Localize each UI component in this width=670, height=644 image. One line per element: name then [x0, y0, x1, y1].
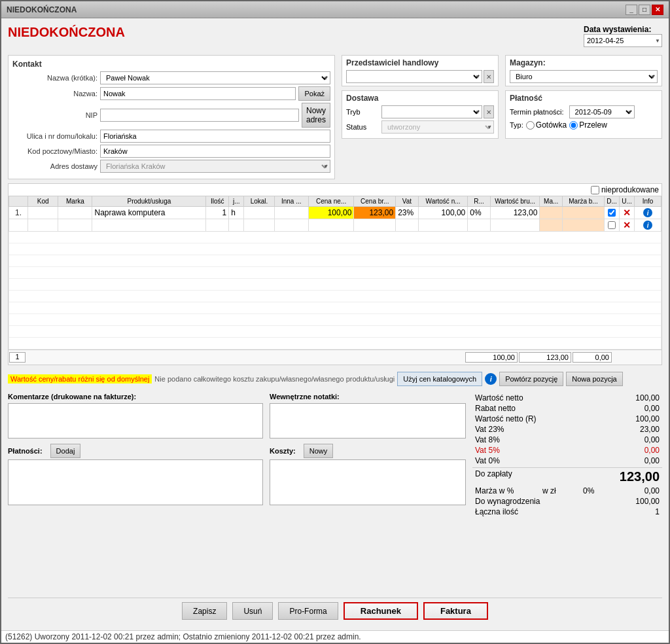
tryb-select[interactable]: [381, 105, 482, 118]
notes-textarea[interactable]: [270, 403, 466, 438]
row2-d-checkbox[interactable]: [608, 221, 616, 229]
tryb-input-row: ✕: [381, 105, 494, 118]
col-cena-brutto: Cena br...: [354, 196, 396, 207]
minimize-button[interactable]: _: [626, 5, 637, 15]
termin-select[interactable]: 2012-05-09: [569, 105, 635, 118]
costs-row: Koszty: Nowy: [270, 444, 466, 458]
name-short-row: Nazwa (krótka): Paweł Nowak: [12, 71, 330, 84]
catalog-button[interactable]: Użyj cen katalogowych: [397, 372, 482, 386]
u-delete-icon[interactable]: ✕: [623, 207, 631, 218]
row2-u-delete-icon[interactable]: ✕: [623, 220, 631, 230]
row2-info-icon[interactable]: i: [643, 221, 652, 230]
handlowy-input-row: ✕: [346, 70, 494, 83]
row2-d: [604, 219, 619, 232]
pro-forma-button[interactable]: Pro-Forma: [278, 602, 338, 620]
date-input[interactable]: [584, 34, 662, 47]
vat5-value: 0,00: [620, 446, 660, 455]
info-text: Nie podano całkowitego kosztu zakupu/wła…: [154, 375, 395, 383]
mid-row: Przedstawiciel handlowy ✕ Magaz: [342, 55, 662, 86]
do-wynagrodzenia-label: Do wynagrodzenia: [475, 497, 540, 506]
vat8-value: 0,00: [620, 435, 660, 444]
info-circle-button[interactable]: i: [485, 373, 497, 385]
bottom-mid-row: Dostawa Tryb ✕: [342, 90, 662, 139]
magazyn-section: Magazyn: Biuro: [505, 55, 662, 86]
payments-label: Płatności:: [8, 447, 43, 455]
d-checkbox[interactable]: [608, 209, 616, 217]
new-position-button[interactable]: Nowa pozycja: [566, 372, 622, 386]
warning-text: Wartość ceny/rabatu różni się od domyśln…: [8, 374, 152, 384]
add-payment-button[interactable]: Dodaj: [50, 444, 81, 458]
row2-produkt: [92, 219, 206, 232]
vat8-row: Vat 8% 0,00: [472, 435, 662, 445]
przelew-radio[interactable]: [569, 121, 578, 130]
col-ilosc: Ilość: [206, 196, 229, 207]
rabat-netto-value: 0,00: [620, 404, 660, 413]
u-cell: ✕: [620, 207, 635, 219]
gotowka-label: Gotówka: [536, 120, 567, 130]
przelew-radio-label[interactable]: Przelew: [569, 120, 607, 130]
dostawa-title: Dostawa: [346, 94, 494, 103]
vat8-label: Vat 8%: [475, 435, 500, 444]
maximize-button[interactable]: □: [639, 5, 650, 15]
adres-select[interactable]: Floriańska Kraków: [100, 160, 330, 173]
comments-textarea[interactable]: [8, 403, 263, 438]
handlowy-clear-button[interactable]: ✕: [484, 70, 494, 83]
col-marza-b: Marża b...: [563, 196, 605, 207]
ulica-input[interactable]: [100, 130, 330, 143]
col-u: U...: [620, 196, 635, 207]
right-column: Przedstawiciel handlowy ✕ Magaz: [342, 55, 662, 179]
nieprodukowane-label[interactable]: nieprodukowane: [591, 185, 659, 194]
row2-wartosc-netto: [418, 219, 467, 232]
nazwa-input[interactable]: [100, 87, 296, 100]
ma-cell: [540, 207, 563, 219]
produkt-cell: Naprawa komputera: [92, 207, 206, 219]
tryb-clear-button[interactable]: ✕: [484, 105, 494, 118]
nazwa-label: Nazwa:: [12, 90, 97, 98]
nieprodukowane-checkbox[interactable]: [591, 186, 599, 194]
zapisz-button[interactable]: Zapisz: [182, 602, 227, 620]
laczna-value: 1: [620, 507, 660, 516]
faktura-button[interactable]: Faktura: [423, 602, 488, 620]
kod-label: Kod pocztowy/Miasto:: [12, 147, 97, 155]
summary-section: Wartość netto 100,00 Rabat netto 0,00 Wa…: [472, 393, 662, 594]
gotowka-radio[interactable]: [526, 121, 535, 130]
payments-row: Płatności: Dodaj: [8, 444, 263, 458]
info-cell: i: [635, 207, 661, 219]
footer-page: 1: [9, 352, 26, 363]
usun-button[interactable]: Usuń: [232, 602, 273, 620]
comments-label: Komentarze (drukowane na fakturze):: [8, 393, 263, 401]
close-button[interactable]: ✕: [652, 5, 663, 15]
vat0-label: Vat 0%: [475, 456, 500, 465]
pokaz-button[interactable]: Pokaż: [298, 86, 330, 101]
cena-netto-cell: 100,00: [308, 207, 354, 219]
typ-label: Typ:: [510, 121, 523, 129]
date-wrapper: [584, 34, 662, 47]
magazyn-select[interactable]: Biuro: [510, 70, 658, 83]
kod-cell: [27, 207, 58, 219]
handlowy-select[interactable]: [346, 70, 482, 83]
repeat-button[interactable]: Powtórz pozycję: [499, 372, 563, 386]
nip-label: NIP: [12, 111, 97, 119]
vat0-value: 0,00: [620, 456, 660, 465]
gotowka-radio-label[interactable]: Gotówka: [526, 120, 567, 130]
new-cost-button[interactable]: Nowy: [304, 444, 334, 458]
row2-lokal: [244, 219, 274, 232]
handlowy-wrapper: [346, 70, 482, 83]
name-short-select[interactable]: Paweł Nowak: [100, 71, 330, 84]
col-produkt: Produkt/usługa: [92, 196, 206, 207]
empty-row-8: [9, 314, 661, 326]
info-icon[interactable]: i: [643, 208, 652, 217]
nowy-adres-button[interactable]: Nowy adres: [302, 103, 330, 128]
date-section: Data wystawienia:: [584, 25, 662, 47]
kod-input[interactable]: [100, 145, 330, 158]
cena-brutto-cell: 123,00: [354, 207, 396, 219]
empty-row-6: [9, 291, 661, 302]
rachunek-button[interactable]: Rachunek: [344, 602, 418, 620]
final-buttons: Zapisz Usuń Pro-Forma Rachunek Faktura: [8, 598, 662, 624]
table-header: Kod Marka Produkt/usługa Ilość j... Loka…: [9, 196, 661, 207]
marza-label: Marża w %: [475, 486, 514, 495]
name-short-label: Nazwa (krótka):: [12, 74, 97, 82]
col-j: j...: [229, 196, 244, 207]
handlowy-title: Przedstawiciel handlowy: [346, 58, 494, 67]
nip-input[interactable]: [100, 109, 299, 122]
